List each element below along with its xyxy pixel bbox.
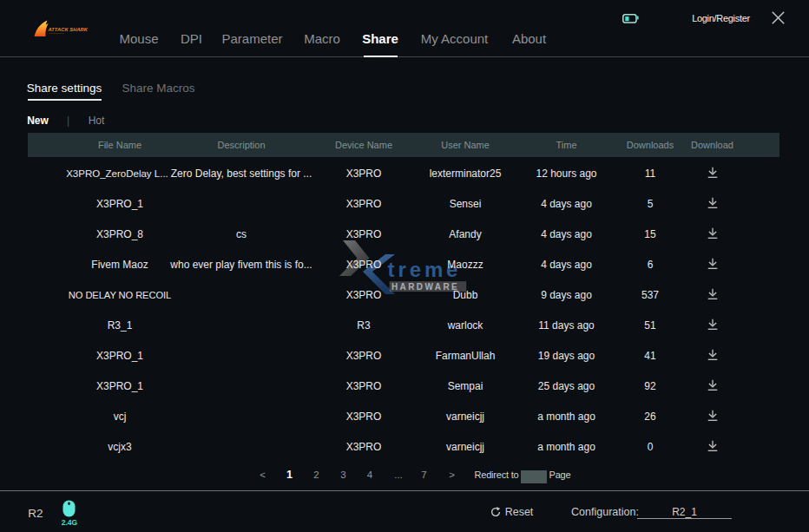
svg-text:ATTACK SHARK: ATTACK SHARK [48,27,89,32]
